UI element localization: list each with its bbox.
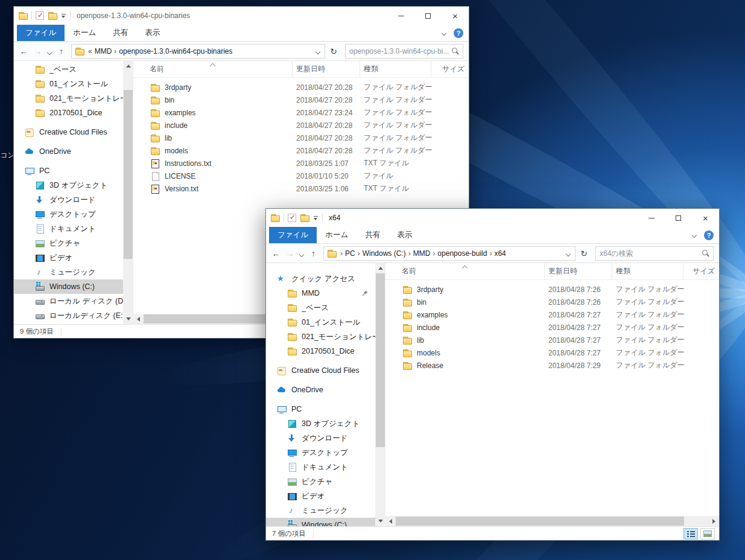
file-row[interactable]: bin 2018/04/27 20:28 ファイル フォルダー [133, 94, 469, 106]
ribbon-collapse-chevron-icon[interactable] [442, 30, 446, 35]
address-bar[interactable]: «MMD ›openpose-1.3.0-win64-cpu-binaries [71, 44, 325, 59]
sidebar-item[interactable]: OneDrive [266, 383, 375, 397]
horizontal-scrollbar[interactable] [385, 516, 719, 526]
ribbon-tab[interactable]: ファイル [269, 227, 317, 243]
file-row[interactable]: examples 2018/04/28 7:27 ファイル フォルダー [385, 308, 719, 321]
search-icon[interactable] [451, 47, 459, 55]
sidebar-item[interactable]: 20170501_Dice [266, 344, 375, 358]
sidebar-item[interactable]: ピクチャ [266, 474, 375, 489]
sidebar-item[interactable]: ドキュメント [14, 221, 123, 236]
qat-new-folder-icon[interactable] [300, 213, 309, 223]
sidebar-item[interactable]: ビデオ [266, 489, 375, 503]
back-button[interactable]: ← [270, 249, 282, 258]
qat-customize-icon[interactable] [313, 215, 319, 220]
scroll-left-icon[interactable] [385, 516, 396, 526]
thumbnail-view-button[interactable] [700, 528, 715, 539]
forward-button[interactable]: → [284, 249, 296, 258]
sidebar-item[interactable]: 021_モーショントレース [266, 329, 375, 344]
column-header-type[interactable]: 種類 [360, 61, 431, 77]
scroll-left-icon[interactable] [133, 314, 144, 324]
sidebar-item[interactable]: ドキュメント [266, 460, 375, 474]
help-icon[interactable]: ? [704, 231, 714, 240]
ribbon-tab[interactable]: ホーム [65, 25, 104, 41]
address-dropdown-chevron-icon[interactable] [316, 47, 320, 56]
ribbon-tab[interactable]: ファイル [17, 25, 65, 41]
scroll-down-icon[interactable] [375, 516, 385, 526]
sidebar-item[interactable]: デスクトップ [266, 445, 375, 460]
sidebar-item[interactable]: ダウンロード [14, 192, 123, 207]
ribbon-tab[interactable]: 共有 [104, 25, 136, 41]
forward-button[interactable]: → [31, 46, 44, 56]
ribbon-tab[interactable]: ホーム [317, 227, 357, 243]
scrollbar-thumb[interactable] [396, 517, 684, 526]
close-button[interactable]: × [692, 209, 719, 227]
sidebar-item[interactable]: PC [266, 402, 375, 416]
ribbon-collapse-chevron-icon[interactable] [692, 232, 697, 237]
file-row[interactable]: LICENSE 2018/01/10 5:20 ファイル [133, 170, 469, 182]
sidebar-item[interactable]: ピクチャ [14, 236, 123, 250]
sidebar-item[interactable]: ダウンロード [266, 431, 375, 445]
sidebar-item[interactable]: Windows (C:) [14, 279, 123, 294]
titlebar[interactable]: openpose-1.3.0-win64-cpu-binaries × [14, 7, 469, 25]
sidebar-item[interactable]: _ベース [14, 62, 123, 77]
sidebar-item[interactable]: ローカルディスク (E:) [14, 308, 123, 323]
breadcrumb-item[interactable]: openpose-build [437, 249, 487, 258]
minimize-button[interactable] [638, 209, 665, 227]
maximize-button[interactable] [665, 209, 692, 227]
file-row[interactable]: lib 2018/04/28 7:27 ファイル フォルダー [385, 334, 719, 346]
ribbon-tab[interactable]: 表示 [136, 25, 168, 41]
sidebar-item[interactable]: Creative Cloud Files [14, 125, 123, 139]
breadcrumb-item[interactable]: x64 [494, 249, 506, 258]
desktop-icon-label-clipped[interactable]: コン [1, 151, 14, 160]
scroll-right-icon[interactable] [709, 516, 719, 526]
file-row[interactable]: 3rdparty 2018/04/28 7:26 ファイル フォルダー [385, 283, 719, 296]
column-header-date[interactable]: 更新日時 [293, 61, 360, 77]
sidebar-item[interactable]: ミュージック [14, 265, 123, 279]
file-row[interactable]: models 2018/04/28 7:27 ファイル フォルダー [385, 346, 719, 359]
breadcrumb-item[interactable]: MMD [413, 249, 431, 258]
file-row[interactable]: 3rdparty 2018/04/27 20:28 ファイル フォルダー [133, 81, 469, 94]
file-row[interactable]: Instructions.txt 2018/03/25 1:07 TXT ファイ… [133, 157, 469, 170]
sidebar-scrollbar[interactable] [375, 263, 385, 526]
file-row[interactable]: lib 2018/04/27 20:28 ファイル フォルダー [133, 132, 469, 144]
sidebar-item[interactable]: 01_インストール [266, 315, 375, 329]
ribbon-tab[interactable]: 表示 [388, 227, 420, 243]
minimize-button[interactable] [387, 7, 414, 25]
up-button[interactable]: ↑ [55, 46, 68, 56]
qat-properties-icon[interactable] [288, 214, 296, 222]
sidebar-item[interactable]: Windows (C:) [266, 518, 375, 526]
search-input[interactable] [349, 47, 451, 56]
recent-locations-chevron-icon[interactable] [45, 46, 54, 56]
sidebar-item[interactable]: デスクトップ [14, 207, 123, 221]
up-button[interactable]: ↑ [307, 249, 320, 258]
file-row[interactable]: include 2018/04/28 7:27 ファイル フォルダー [385, 321, 719, 334]
sidebar-item[interactable]: ローカル ディスク (D:) [14, 294, 123, 308]
recent-locations-chevron-icon[interactable] [297, 249, 306, 258]
qat-properties-icon[interactable] [36, 11, 44, 20]
column-header-name[interactable]: 名前 [385, 263, 545, 279]
help-icon[interactable]: ? [454, 28, 463, 38]
maximize-button[interactable] [414, 7, 442, 25]
ribbon-tab[interactable]: 共有 [357, 227, 388, 243]
file-row[interactable]: Release 2018/04/28 7:29 ファイル フォルダー [385, 359, 719, 372]
search-input[interactable] [600, 249, 702, 258]
sidebar-item[interactable]: PC [14, 164, 123, 178]
address-bar[interactable]: ›PC ›Windows (C:) ›MMD ›openpose-build ›… [323, 246, 575, 261]
back-button[interactable]: ← [17, 46, 30, 56]
sidebar-item[interactable]: ビデオ [14, 250, 123, 265]
sidebar-item[interactable]: _ベース [266, 301, 375, 315]
sidebar-item[interactable]: 20170501_Dice [14, 106, 123, 120]
scrollbar-thumb[interactable] [376, 273, 385, 447]
breadcrumb-item[interactable]: Windows (C:) [363, 249, 406, 258]
column-header-size[interactable]: サイズ [683, 263, 719, 279]
file-row[interactable]: Version.txt 2018/03/25 1:06 TXT ファイル [133, 182, 469, 195]
breadcrumb-item[interactable]: openpose-1.3.0-win64-cpu-binaries [119, 47, 232, 56]
qat-new-folder-icon[interactable] [48, 11, 57, 21]
scroll-up-icon[interactable] [375, 263, 385, 273]
column-header-type[interactable]: 種類 [612, 263, 683, 279]
sidebar-item[interactable]: Creative Cloud Files [266, 363, 375, 378]
scroll-up-icon[interactable] [123, 61, 133, 71]
sidebar-item[interactable]: クイック アクセス [266, 272, 375, 286]
sidebar-item[interactable]: 3D オブジェクト [14, 178, 123, 192]
sidebar-item[interactable]: OneDrive [14, 144, 123, 159]
